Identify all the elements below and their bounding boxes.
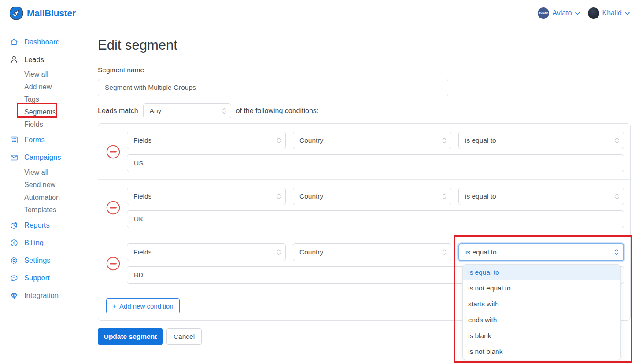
sidebar-item-reports[interactable]: Reports <box>10 217 98 234</box>
account-name: Aviato <box>552 9 572 17</box>
envelope-icon <box>10 153 18 162</box>
operator-option[interactable]: is blank <box>463 328 620 344</box>
operator-option[interactable]: is not equal to <box>463 280 620 296</box>
user-name: Khalid <box>602 9 622 17</box>
sidebar-item-send-new[interactable]: Send new <box>10 179 98 191</box>
condition-operator-select[interactable]: is equal to <box>458 188 624 205</box>
leads-match-prefix: Leads match <box>98 107 138 115</box>
user-avatar <box>588 7 599 19</box>
sidebar-item-support[interactable]: Support <box>10 269 98 287</box>
sidebar: Dashboard Leads View all Add new Tags Se… <box>0 26 98 345</box>
remove-condition-button[interactable] <box>106 201 120 215</box>
main-content: Edit segment Segment name Leads match An… <box>98 26 635 345</box>
pie-chart-icon <box>10 221 18 230</box>
select-chevrons-icon <box>442 248 447 256</box>
topbar-right: AVIATO Aviato Khalid <box>538 7 630 19</box>
plus-icon: + <box>112 302 117 310</box>
account-avatar: AVIATO <box>538 7 549 19</box>
sidebar-item-segments[interactable]: Segments <box>10 106 98 119</box>
sidebar-item-tags[interactable]: Tags <box>10 93 98 106</box>
condition-category-select[interactable]: Fields <box>127 188 286 205</box>
sidebar-item-billing[interactable]: $ Billing <box>10 234 98 252</box>
chat-icon <box>10 274 18 283</box>
chevron-down-icon <box>625 12 630 15</box>
segment-name-input[interactable] <box>98 79 448 96</box>
sidebar-item-automation[interactable]: Automation <box>10 191 98 204</box>
sidebar-item-campaigns-view-all[interactable]: View all <box>10 166 98 179</box>
update-segment-button[interactable]: Update segment <box>98 328 163 345</box>
condition-row: Fields Country is equal to <box>98 180 630 235</box>
gem-icon <box>10 291 18 300</box>
condition-field-select[interactable]: Country <box>293 243 451 261</box>
account-menu[interactable]: AVIATO Aviato <box>538 7 580 19</box>
sidebar-item-add-new[interactable]: Add new <box>10 81 98 94</box>
sidebar-item-integration[interactable]: Integration <box>10 287 98 305</box>
topbar: MailBluster AVIATO Aviato Khalid <box>0 0 635 26</box>
condition-field-select[interactable]: Country <box>293 188 451 205</box>
remove-condition-button[interactable] <box>106 257 120 271</box>
dollar-icon: $ <box>10 239 18 247</box>
user-menu[interactable]: Khalid <box>588 7 630 19</box>
mailbluster-logo-icon <box>10 7 23 20</box>
gear-icon <box>10 256 18 265</box>
select-chevrons-icon <box>614 248 619 256</box>
condition-value-input[interactable] <box>127 154 624 172</box>
sidebar-item-templates[interactable]: Templates <box>10 204 98 217</box>
operator-dropdown-menu: is equal to is not equal to starts with … <box>462 264 621 360</box>
sidebar-item-campaigns[interactable]: Campaigns <box>10 149 98 166</box>
brand-name: MailBluster <box>27 8 76 18</box>
operator-option[interactable]: is equal to <box>463 265 620 280</box>
leads-match-row: Leads match Any of the following conditi… <box>98 103 635 118</box>
select-chevrons-icon <box>442 192 447 200</box>
select-chevrons-icon <box>614 192 620 200</box>
condition-row: Fields Country is equal to <box>98 124 630 180</box>
leads-match-suffix: of the following conditions: <box>236 107 319 115</box>
condition-operator-select-open[interactable]: is equal to is equal to is not equal to … <box>458 243 624 261</box>
condition-value-input[interactable] <box>127 210 624 228</box>
add-new-condition-button[interactable]: + Add new condition <box>106 298 180 313</box>
operator-option[interactable]: is not blank <box>463 344 620 360</box>
operator-option[interactable]: ends with <box>463 312 620 328</box>
conditions-panel: Fields Country is equal to <box>98 123 631 321</box>
select-chevrons-icon <box>276 136 281 144</box>
remove-condition-button[interactable] <box>106 145 120 159</box>
match-type-select[interactable]: Any <box>143 103 231 118</box>
home-icon <box>10 37 18 46</box>
condition-field-select[interactable]: Country <box>293 132 451 149</box>
operator-option[interactable]: starts with <box>463 296 620 312</box>
brand[interactable]: MailBluster <box>10 7 76 20</box>
select-chevrons-icon <box>276 192 281 200</box>
select-chevrons-icon <box>442 136 447 144</box>
select-chevrons-icon <box>276 248 281 256</box>
sidebar-item-dashboard[interactable]: Dashboard <box>10 33 98 51</box>
person-icon <box>10 55 18 64</box>
sidebar-item-leads-view-all[interactable]: View all <box>10 68 98 81</box>
segment-name-label: Segment name <box>98 66 635 74</box>
condition-operator-select[interactable]: is equal to <box>458 132 624 149</box>
svg-text:$: $ <box>13 240 15 245</box>
chevron-down-icon <box>575 12 580 15</box>
select-chevrons-icon <box>614 136 620 144</box>
form-icon <box>10 136 18 144</box>
select-chevrons-icon <box>222 107 227 115</box>
condition-category-select[interactable]: Fields <box>127 132 286 149</box>
condition-category-select[interactable]: Fields <box>127 243 286 261</box>
sidebar-item-fields[interactable]: Fields <box>10 118 98 131</box>
sidebar-item-settings[interactable]: Settings <box>10 252 98 269</box>
sidebar-item-forms[interactable]: Forms <box>10 131 98 149</box>
condition-row: Fields Country is equal to is equal to <box>98 235 630 291</box>
cancel-button[interactable]: Cancel <box>166 328 202 345</box>
page-title: Edit segment <box>98 37 635 54</box>
sidebar-item-leads[interactable]: Leads <box>10 51 98 68</box>
